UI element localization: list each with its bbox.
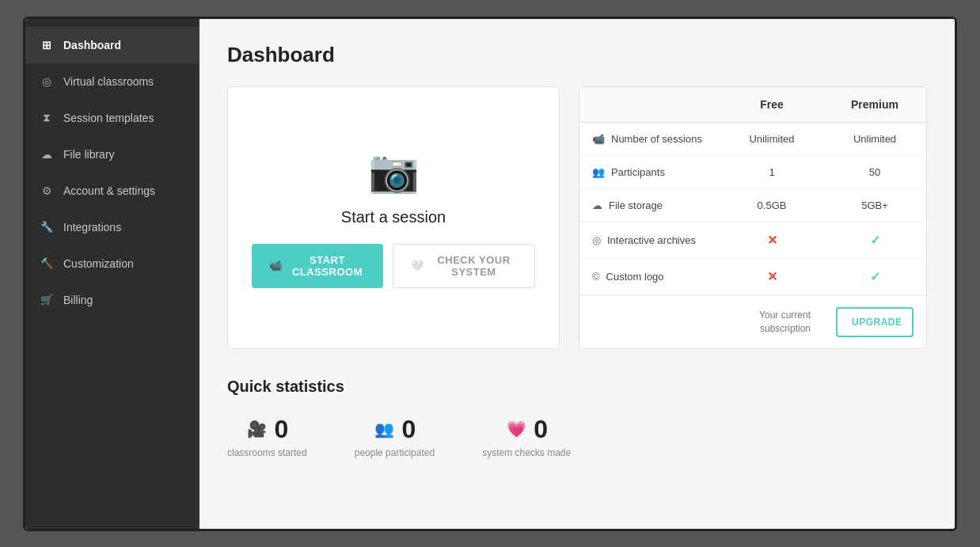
free-value: ✕ — [720, 222, 823, 258]
check-icon: ✓ — [870, 234, 880, 247]
sidebar-item-billing[interactable]: 🛒 Billing — [25, 282, 199, 318]
free-value: 0.5GB — [720, 189, 823, 222]
feature-col-header — [579, 87, 720, 122]
pricing-footer: Your currentsubscription UPGRADE — [579, 295, 926, 348]
sidebar-item-label: Integrations — [63, 221, 121, 234]
logo-icon: © — [592, 271, 600, 283]
free-value: 1 — [720, 156, 823, 188]
pricing-row: 👥 Participants 1 50 — [579, 156, 926, 189]
top-section: 📷 Start a session 📹 START CLASSROOM 🤍 CH… — [227, 86, 927, 349]
upgrade-button[interactable]: UPGRADE — [836, 307, 914, 337]
pricing-row: ☁ File storage 0.5GB 5GB+ — [579, 189, 926, 222]
participants-label: people participated — [355, 447, 435, 458]
participants-count: 0 — [402, 415, 416, 444]
stat-system-checks: 💗 0 system checks made — [482, 415, 571, 458]
feature-cell: 📹 Number of sessions — [579, 123, 720, 155]
statistics-section: Quick statistics 🎥 0 classrooms started … — [227, 378, 927, 458]
premium-value: 5GB+ — [823, 189, 926, 222]
customization-icon: 🔨 — [40, 256, 54, 271]
virtual-classrooms-icon: ◎ — [40, 74, 54, 89]
statistics-title: Quick statistics — [227, 378, 927, 396]
sessions-icon: 📹 — [592, 133, 605, 145]
feature-cell: ◎ Interactive archives — [579, 224, 720, 256]
camera-icon: 📷 — [368, 147, 420, 196]
pricing-row: © Custom logo ✕ ✓ — [579, 259, 926, 295]
session-templates-icon: ⧗ — [40, 111, 54, 125]
sidebar-item-label: Dashboard — [63, 39, 121, 51]
archives-icon: ◎ — [592, 234, 601, 246]
pricing-header: Free Premium — [579, 87, 926, 123]
classrooms-count: 0 — [274, 415, 288, 444]
free-value: ✕ — [720, 259, 823, 294]
sidebar-item-label: Customization — [63, 257, 134, 270]
premium-value: ✓ — [823, 259, 926, 294]
sidebar-item-label: File library — [63, 148, 115, 161]
integrations-icon: 🔧 — [40, 220, 54, 234]
sidebar-item-file-library[interactable]: ☁ File library — [25, 136, 199, 173]
session-card: 📷 Start a session 📹 START CLASSROOM 🤍 CH… — [227, 86, 560, 349]
system-checks-stat-icon: 💗 — [505, 418, 527, 440]
stat-classrooms: 🎥 0 classrooms started — [227, 415, 307, 458]
video-icon: 📹 — [269, 260, 283, 272]
participants-icon: 👥 — [592, 166, 605, 178]
sidebar-item-account-settings[interactable]: ⚙ Account & settings — [25, 173, 199, 209]
pricing-row: 📹 Number of sessions Unilimited Unlimite… — [579, 123, 926, 156]
system-checks-count: 0 — [534, 415, 548, 444]
sidebar-item-customization[interactable]: 🔨 Customization — [25, 245, 199, 282]
stat-checks-value-row: 💗 0 — [505, 415, 548, 444]
check-system-button[interactable]: 🤍 CHECK YOUR SYSTEM — [393, 244, 535, 288]
sidebar-item-label: Account & settings — [63, 184, 155, 197]
classrooms-label: classrooms started — [227, 447, 307, 458]
sidebar: ⊞ Dashboard ◎ Virtual classrooms ⧗ Sessi… — [25, 19, 199, 529]
participants-stat-icon: 👥 — [374, 418, 396, 440]
sidebar-item-label: Virtual classrooms — [63, 75, 154, 88]
cross-icon: ✕ — [767, 270, 777, 283]
sidebar-item-label: Billing — [63, 294, 93, 306]
feature-cell: 👥 Participants — [579, 156, 720, 188]
stat-classrooms-value-row: 🎥 0 — [245, 415, 288, 444]
free-col-header: Free — [720, 87, 823, 122]
stat-participants-value-row: 👥 0 — [374, 415, 416, 444]
billing-icon: 🛒 — [40, 293, 54, 307]
file-library-icon: ☁ — [40, 147, 54, 161]
sidebar-item-dashboard[interactable]: ⊞ Dashboard — [25, 27, 199, 63]
subscription-label: Your currentsubscription — [720, 309, 823, 336]
feature-cell: ☁ File storage — [579, 189, 720, 222]
account-settings-icon: ⚙ — [40, 184, 54, 198]
stats-row: 🎥 0 classrooms started 👥 0 people partic… — [227, 415, 927, 458]
classroom-stat-icon: 🎥 — [245, 418, 268, 440]
storage-icon: ☁ — [592, 199, 602, 211]
session-buttons: 📹 START CLASSROOM 🤍 CHECK YOUR SYSTEM — [252, 244, 535, 288]
start-classroom-button[interactable]: 📹 START CLASSROOM — [252, 244, 383, 288]
pricing-table: Free Premium 📹 Number of sessions Unilim… — [579, 86, 927, 349]
feature-cell: © Custom logo — [579, 260, 720, 293]
heart-icon: 🤍 — [411, 260, 424, 272]
free-value: Unilimited — [720, 123, 823, 155]
page-title: Dashboard — [227, 43, 927, 67]
sidebar-item-integrations[interactable]: 🔧 Integrations — [25, 209, 199, 245]
dashboard-icon: ⊞ — [40, 38, 54, 52]
sidebar-item-session-templates[interactable]: ⧗ Session templates — [25, 100, 199, 136]
main-content: Dashboard 📷 Start a session 📹 START CLAS… — [199, 19, 955, 529]
pricing-row: ◎ Interactive archives ✕ ✓ — [579, 222, 926, 259]
system-checks-label: system checks made — [482, 447, 571, 458]
session-title: Start a session — [341, 208, 446, 226]
premium-value: 50 — [823, 156, 926, 188]
premium-col-header: Premium — [823, 87, 926, 122]
premium-value: Unlimited — [823, 123, 926, 155]
app-window: ⊞ Dashboard ◎ Virtual classrooms ⧗ Sessi… — [23, 17, 957, 531]
check-icon: ✓ — [870, 270, 880, 283]
premium-value: ✓ — [823, 222, 926, 258]
sidebar-item-label: Session templates — [63, 112, 154, 124]
cross-icon: ✕ — [767, 234, 777, 247]
stat-participants: 👥 0 people participated — [355, 415, 435, 458]
sidebar-item-virtual-classrooms[interactable]: ◎ Virtual classrooms — [25, 63, 199, 100]
